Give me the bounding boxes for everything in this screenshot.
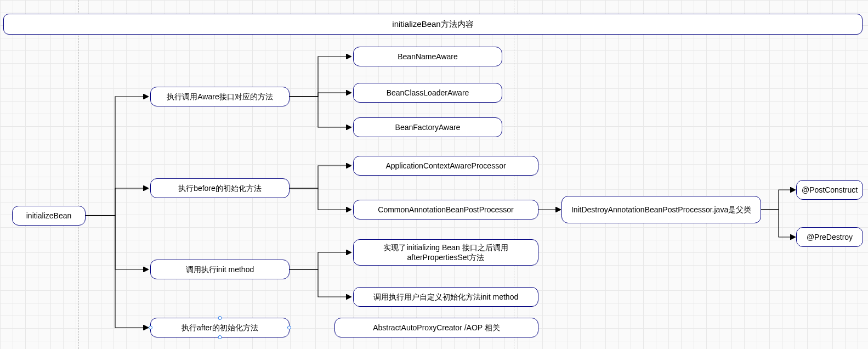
node-label: 调用执行init method: [186, 264, 254, 274]
node-label: InitDestroyAnnotationBeanPostProcessor.j…: [571, 205, 751, 215]
node-pre-destroy[interactable]: @PreDestroy: [796, 227, 863, 247]
node-label: 执行after的初始化方法: [181, 323, 258, 333]
node-label: 调用执行用户自定义初始化方法init method: [373, 292, 518, 302]
node-root[interactable]: initializeBean: [12, 206, 86, 226]
node-label: CommonAnnotationBeanPostProcessor: [378, 205, 513, 215]
node-custom-init[interactable]: 调用执行用户自定义初始化方法init method: [353, 287, 538, 307]
node-bean-name-aware[interactable]: BeanNameAware: [353, 47, 502, 66]
node-aop-related[interactable]: AbstractAutoProxyCreator /AOP 相关: [334, 318, 538, 337]
selection-handle[interactable]: [287, 326, 291, 330]
selection-handle[interactable]: [218, 316, 222, 320]
node-label: AbstractAutoProxyCreator /AOP 相关: [373, 323, 500, 333]
node-label: ApplicationContextAwareProcessor: [385, 161, 506, 171]
node-init-destroy-processor[interactable]: InitDestroyAnnotationBeanPostProcessor.j…: [561, 196, 761, 223]
node-label: 实现了initializing Bean 接口之后调用afterProperti…: [359, 243, 532, 262]
node-label: BeanNameAware: [398, 52, 457, 61]
node-after[interactable]: 执行after的初始化方法: [150, 318, 290, 337]
node-common-annotation-processor[interactable]: CommonAnnotationBeanPostProcessor: [353, 200, 538, 219]
diagram-title[interactable]: initializeBean方法内容: [3, 14, 863, 35]
title-label: initializeBean方法内容: [392, 19, 473, 30]
node-label: @PostConstruct: [802, 185, 858, 195]
node-label: 执行before的初始化方法: [178, 183, 262, 193]
node-label: @PreDestroy: [807, 232, 853, 242]
node-after-properties-set[interactable]: 实现了initializing Bean 接口之后调用afterProperti…: [353, 239, 538, 266]
node-init[interactable]: 调用执行init method: [150, 260, 290, 279]
selection-handle[interactable]: [149, 326, 152, 330]
page-break-line: [78, 0, 79, 349]
node-before[interactable]: 执行before的初始化方法: [150, 178, 290, 198]
node-bean-classloader-aware[interactable]: BeanClassLoaderAware: [353, 83, 502, 103]
node-label: BeanFactoryAware: [395, 122, 461, 132]
selection-handle[interactable]: [218, 335, 222, 339]
node-label: initializeBean: [26, 211, 72, 221]
node-label: 执行调用Aware接口对应的方法: [167, 92, 273, 102]
node-label: BeanClassLoaderAware: [387, 88, 469, 98]
node-bean-factory-aware[interactable]: BeanFactoryAware: [353, 117, 502, 137]
node-post-construct[interactable]: @PostConstruct: [796, 180, 863, 200]
node-app-context-aware-processor[interactable]: ApplicationContextAwareProcessor: [353, 156, 538, 176]
node-aware[interactable]: 执行调用Aware接口对应的方法: [150, 87, 290, 106]
